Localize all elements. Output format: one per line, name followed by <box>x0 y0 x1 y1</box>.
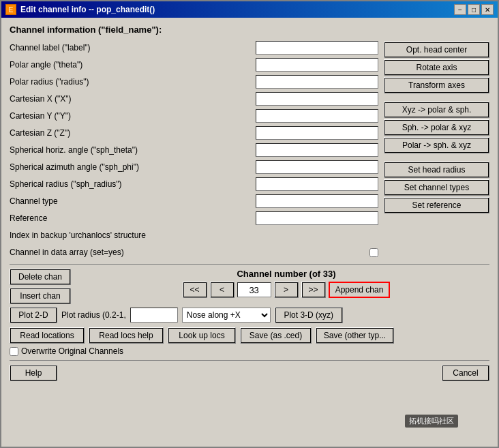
separator-1 <box>10 264 489 265</box>
bottom-section: Delete chan Insert chan Channel number (… <box>10 269 489 381</box>
field-input-9[interactable] <box>256 194 378 208</box>
field-input-7[interactable] <box>256 160 378 174</box>
close-button[interactable]: ✕ <box>481 4 494 15</box>
separator-2 <box>10 360 489 361</box>
field-input-4[interactable] <box>256 109 378 123</box>
channel-section: Channel number (of 33) << < > >> Append … <box>83 269 489 298</box>
nav-next-button[interactable]: > <box>274 282 299 298</box>
field-row-11: Index in backup 'urchanlocs' structure <box>10 228 378 243</box>
minimize-button[interactable]: − <box>454 4 466 15</box>
channel-number-input[interactable] <box>237 282 271 297</box>
field-label-12: Channel in data array (set=yes) <box>10 248 367 257</box>
field-row-1: Polar angle ("theta") <box>10 57 378 72</box>
overwrite-label: Overwrite Original Channels <box>21 346 123 356</box>
right-buttons: Opt. head center Rotate axis Transform a… <box>384 40 489 260</box>
field-label-0: Channel label ("label") <box>10 43 256 53</box>
cancel-button[interactable]: Cancel <box>442 365 489 381</box>
field-row-5: Cartesian Z ("Z") <box>10 125 378 140</box>
field-label-9: Channel type <box>10 196 256 206</box>
field-input-1[interactable] <box>256 58 378 72</box>
channel-number-label: Channel number (of 33) <box>83 269 489 279</box>
polar-sph-xyz-button[interactable]: Polar -> sph. & xyz <box>384 137 489 153</box>
look-up-locs-button[interactable]: Look up locs <box>168 327 236 344</box>
field-label-8: Spherical radius ("sph_radius") <box>10 179 256 189</box>
plot-radius-input[interactable] <box>130 308 178 323</box>
plot-3d-button[interactable]: Plot 3-D (xyz) <box>275 307 343 323</box>
field-input-6[interactable] <box>256 143 378 157</box>
main-window: E Edit channel info -- pop_chanedit() − … <box>0 0 499 448</box>
delete-insert-col: Delete chan Insert chan <box>10 269 71 304</box>
read-locs-help-button[interactable]: Read locs help <box>89 327 164 344</box>
field-label-3: Cartesian X ("X") <box>10 94 256 104</box>
append-chan-button[interactable]: Append chan <box>329 282 391 298</box>
main-area: Channel label ("label") Polar angle ("th… <box>10 40 489 260</box>
field-row-2: Polar radius ("radius") <box>10 74 378 89</box>
title-bar-left: E Edit channel info -- pop_chanedit() <box>5 4 155 15</box>
field-row-3: Cartesian X ("X") <box>10 91 378 106</box>
nose-direction-select[interactable]: Nose along +X Nose along +Y Nose along -… <box>182 308 271 323</box>
maximize-button[interactable]: □ <box>468 4 480 15</box>
field-input-2[interactable] <box>256 75 378 89</box>
field-input-3[interactable] <box>256 92 378 106</box>
rotate-axis-button[interactable]: Rotate axis <box>384 59 489 76</box>
field-label-7: Spherical azimuth angle ("sph_phi") <box>10 162 256 172</box>
in-data-checkbox[interactable] <box>369 248 378 257</box>
opt-head-center-button[interactable]: Opt. head center <box>384 42 489 58</box>
field-row-0: Channel label ("label") <box>10 40 378 55</box>
content-area: Channel information ("field_name"): Chan… <box>1 18 498 447</box>
delete-chan-button[interactable]: Delete chan <box>10 269 71 285</box>
field-input-8[interactable] <box>256 177 378 191</box>
nav-prev-button[interactable]: < <box>210 282 235 298</box>
app-icon: E <box>5 4 16 15</box>
plot-radius-label: Plot radius (0.2-1, <box>61 310 126 320</box>
nav-last-button[interactable]: >> <box>301 282 326 298</box>
title-controls: − □ ✕ <box>454 4 494 15</box>
overwrite-checkbox[interactable] <box>10 347 18 356</box>
field-row-7: Spherical azimuth angle ("sph_phi") <box>10 160 378 175</box>
field-row-4: Cartesian Y ("Y") <box>10 108 378 123</box>
field-row-12: Channel in data array (set=yes) <box>10 245 378 260</box>
window-title: Edit channel info -- pop_chanedit() <box>20 5 155 14</box>
plot-row: Plot 2-D Plot radius (0.2-1, Nose along … <box>10 307 489 323</box>
left-fields: Channel label ("label") Polar angle ("th… <box>10 40 378 260</box>
footer-row: Help Cancel <box>10 365 489 381</box>
save-other-button[interactable]: Save (other typ... <box>316 327 394 344</box>
field-label-2: Polar radius ("radius") <box>10 77 256 87</box>
nav-first-button[interactable]: << <box>183 282 207 298</box>
transform-axes-button[interactable]: Transform axes <box>384 77 489 93</box>
actions-row: Read locations Read locs help Look up lo… <box>10 327 489 344</box>
channel-nav-row: << < > >> Append chan <box>83 282 489 298</box>
set-reference-button[interactable]: Set reference <box>384 197 489 213</box>
field-input-5[interactable] <box>256 126 378 140</box>
field-row-6: Spherical horiz. angle ("sph_theta") <box>10 143 378 158</box>
save-ced-button[interactable]: Save (as .ced) <box>240 327 312 344</box>
set-channel-types-button[interactable]: Set channel types <box>384 179 489 196</box>
watermark: 拓机接吗社区 <box>405 415 458 428</box>
field-label-10: Reference <box>10 213 256 223</box>
field-row-10: Reference <box>10 211 378 226</box>
help-button[interactable]: Help <box>10 365 57 381</box>
sph-polar-xyz-button[interactable]: Sph. -> polar & xyz <box>384 119 489 136</box>
field-row-9: Channel type <box>10 194 378 209</box>
field-label-1: Polar angle ("theta") <box>10 60 256 70</box>
insert-chan-button[interactable]: Insert chan <box>10 288 71 304</box>
xyz-polar-sph-button[interactable]: Xyz -> polar & sph. <box>384 102 489 118</box>
section-title: Channel information ("field_name"): <box>10 25 489 35</box>
set-head-radius-button[interactable]: Set head radius <box>384 162 489 178</box>
field-label-5: Cartesian Z ("Z") <box>10 128 256 138</box>
overwrite-row: Overwrite Original Channels <box>10 346 489 356</box>
field-label-6: Spherical horiz. angle ("sph_theta") <box>10 145 256 155</box>
field-label-11: Index in backup 'urchanlocs' structure <box>10 230 378 240</box>
field-row-8: Spherical radius ("sph_radius") <box>10 177 378 192</box>
plot-2d-button[interactable]: Plot 2-D <box>10 307 57 323</box>
read-locations-button[interactable]: Read locations <box>10 327 85 344</box>
title-bar: E Edit channel info -- pop_chanedit() − … <box>1 1 498 18</box>
field-input-10[interactable] <box>256 211 378 225</box>
field-label-4: Cartesian Y ("Y") <box>10 111 256 121</box>
field-input-0[interactable] <box>256 41 378 55</box>
